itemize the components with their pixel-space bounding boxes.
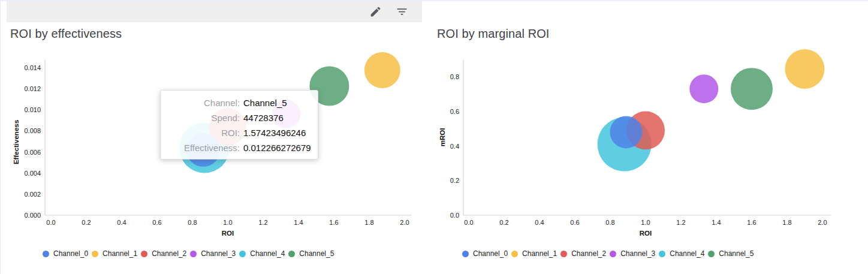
x-tick-label: 1.2: [258, 219, 267, 226]
x-tick-label: 2.0: [400, 219, 409, 226]
legend-item-Channel_2: Channel_2: [141, 249, 188, 258]
x-axis-title: ROI: [222, 230, 234, 237]
x-tick-label: 1.4: [294, 219, 303, 226]
x-tick-label: 0.0: [464, 219, 473, 226]
y-axis-title: mROI: [439, 128, 446, 147]
legend-label: Channel_5: [299, 249, 334, 258]
legend-dot-icon: [659, 251, 665, 257]
y-tick-label: 0.6: [450, 108, 459, 115]
x-tick-label: 1.0: [641, 219, 650, 226]
legend-item-Channel_5: Channel_5: [708, 249, 755, 258]
legend-item-Channel_2: Channel_2: [560, 249, 607, 258]
legend-item-Channel_4: Channel_4: [659, 249, 706, 258]
dashboard-page: ROI by effectiveness ROI by marginal ROI…: [0, 0, 868, 274]
tooltip-row: Effectiveness: 0.012266272679: [167, 140, 309, 155]
legend-dot-icon: [462, 251, 469, 257]
y-tick-label: 0.006: [24, 149, 41, 156]
tooltip-label: Channel:: [167, 95, 240, 110]
y-tick-label: 0.012: [24, 85, 41, 92]
tooltip-label: ROI:: [167, 125, 240, 140]
chart-1: 0.00.20.40.60.81.01.21.41.61.82.00.00.20…: [439, 49, 831, 237]
x-tick-label: 2.0: [818, 219, 827, 226]
legend-dot-icon: [288, 251, 295, 257]
chart-tooltip: Channel: Channel_5 Spend: 44728376 ROI: …: [160, 90, 318, 159]
tooltip-row: ROI: 1.57423496246: [167, 125, 309, 140]
legend-dot-icon: [141, 251, 147, 257]
y-tick-label: 0.002: [24, 191, 41, 198]
legend-right: Channel_0Channel_1Channel_2Channel_3Chan…: [462, 249, 757, 258]
edit-pencil-icon: [369, 5, 382, 18]
x-tick-label: 1.6: [329, 219, 338, 226]
legend-dot-icon: [92, 251, 98, 257]
bubble-Channel_5[interactable]: [731, 68, 773, 110]
edit-button[interactable]: [368, 5, 382, 19]
x-tick-label: 1.2: [676, 219, 685, 226]
x-tick-label: 1.8: [364, 219, 373, 226]
bubble-charts-canvas: 0.00.20.40.60.81.01.21.41.61.82.00.0000.…: [1, 0, 868, 274]
bubble-Channel_0[interactable]: [610, 116, 643, 148]
legend-dot-icon: [43, 251, 49, 257]
bubble-Channel_1[interactable]: [364, 52, 400, 88]
y-axis-title: Effectiveness: [13, 120, 20, 164]
legend-dot-icon: [610, 251, 616, 257]
legend-label: Channel_4: [250, 249, 285, 258]
x-tick-label: 0.8: [188, 219, 197, 226]
x-tick-label: 1.0: [223, 219, 232, 226]
x-tick-label: 0.8: [605, 219, 614, 226]
legend-dot-icon: [190, 251, 197, 257]
y-tick-label: 0.4: [450, 143, 459, 150]
x-tick-label: 1.4: [712, 219, 721, 226]
tooltip-value: 0.012266272679: [243, 140, 311, 155]
legend-item-Channel_1: Channel_1: [511, 249, 558, 258]
legend-dot-icon: [560, 251, 567, 257]
legend-label: Channel_5: [719, 249, 754, 258]
tooltip-label: Effectiveness:: [167, 140, 240, 155]
filter-button[interactable]: [394, 5, 409, 19]
legend-label: Channel_0: [473, 249, 508, 258]
x-tick-label: 1.6: [747, 219, 756, 226]
chart-title-roi-by-effectiveness: ROI by effectiveness: [10, 27, 122, 41]
x-axis-title: ROI: [640, 230, 652, 237]
legend-label: Channel_1: [522, 249, 557, 258]
x-tick-label: 0.2: [499, 219, 508, 226]
legend-item-Channel_3: Channel_3: [610, 249, 656, 258]
tooltip-row: Channel: Channel_5: [167, 95, 309, 110]
legend-item-Channel_0: Channel_0: [462, 249, 509, 258]
legend-item-Channel_0: Channel_0: [43, 249, 89, 258]
legend-dot-icon: [708, 251, 715, 257]
y-tick-label: 0.010: [24, 106, 41, 113]
y-tick-label: 0.008: [24, 127, 41, 134]
bubble-Channel_1[interactable]: [785, 49, 825, 89]
x-tick-label: 0.4: [117, 219, 126, 226]
tooltip-value: 1.57423496246: [243, 125, 306, 140]
bubble-Channel_3[interactable]: [689, 74, 718, 103]
legend-label: Channel_2: [571, 249, 606, 258]
legend-dot-icon: [511, 251, 518, 257]
y-tick-label: 0.8: [450, 73, 459, 80]
legend-label: Channel_0: [53, 249, 88, 258]
legend-label: Channel_4: [670, 249, 704, 258]
x-tick-label: 0.6: [152, 219, 161, 226]
x-tick-label: 1.8: [782, 219, 791, 226]
x-tick-label: 0.6: [570, 219, 579, 226]
legend-label: Channel_3: [620, 249, 655, 258]
chart-title-roi-by-marginal-roi: ROI by marginal ROI: [437, 27, 550, 41]
filter-list-icon: [396, 5, 408, 18]
y-tick-label: 0.2: [450, 177, 459, 184]
y-tick-label: 0.004: [24, 170, 41, 177]
x-tick-label: 0.4: [535, 219, 544, 226]
tooltip-row: Spend: 44728376: [167, 110, 309, 125]
legend-left: Channel_0Channel_1Channel_2Channel_3Chan…: [43, 249, 337, 258]
y-tick-label: 0.000: [24, 212, 41, 219]
tooltip-value: 44728376: [243, 110, 284, 125]
legend-item-Channel_5: Channel_5: [288, 249, 335, 258]
legend-label: Channel_2: [152, 249, 186, 258]
legend-dot-icon: [239, 251, 246, 257]
x-tick-label: 0.2: [82, 219, 91, 226]
tooltip-label: Spend:: [167, 110, 240, 125]
chart-toolbar: [7, 1, 422, 22]
legend-label: Channel_3: [201, 249, 236, 258]
y-tick-label: 0.014: [24, 64, 41, 71]
x-tick-label: 0.0: [46, 219, 55, 226]
legend-label: Channel_1: [103, 249, 137, 258]
